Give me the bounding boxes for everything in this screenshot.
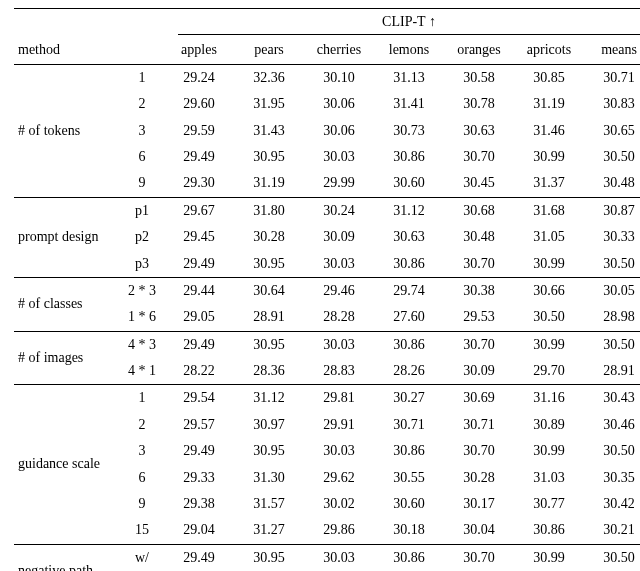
value-cell: 30.50 xyxy=(584,144,640,170)
value-cell: 30.28 xyxy=(444,465,514,491)
value-cell: 30.70 xyxy=(444,331,514,358)
col-pears: pears xyxy=(234,37,304,64)
value-cell: 30.48 xyxy=(584,170,640,197)
value-cell: 30.60 xyxy=(374,170,444,197)
group-label: # of tokens xyxy=(14,64,120,197)
value-cell: 29.49 xyxy=(164,438,234,464)
value-cell: 29.81 xyxy=(304,385,374,412)
value-cell: 30.71 xyxy=(374,412,444,438)
value-cell: 30.24 xyxy=(304,197,374,224)
value-cell: 30.27 xyxy=(374,385,444,412)
group-label: prompt design xyxy=(14,197,120,277)
value-cell: 30.86 xyxy=(374,251,444,278)
value-cell: 30.95 xyxy=(234,144,304,170)
value-cell: 28.91 xyxy=(234,304,304,331)
value-cell: 30.95 xyxy=(234,331,304,358)
col-cherries: cherries xyxy=(304,37,374,64)
table-row: # of images4 * 329.4930.9530.0330.8630.7… xyxy=(14,331,640,358)
value-cell: 30.86 xyxy=(374,544,444,571)
results-table: CLIP-T ↑ method apples pears cherries le… xyxy=(14,8,640,571)
value-cell: 30.63 xyxy=(444,118,514,144)
value-cell: 30.50 xyxy=(584,251,640,278)
variant-label: 4 * 1 xyxy=(120,358,164,385)
value-cell: 30.71 xyxy=(584,64,640,91)
variant-label: 1 * 6 xyxy=(120,304,164,331)
value-cell: 30.99 xyxy=(514,544,584,571)
variant-label: 2 * 3 xyxy=(120,277,164,304)
variant-label: 2 xyxy=(120,412,164,438)
value-cell: 31.16 xyxy=(514,385,584,412)
value-cell: 30.42 xyxy=(584,491,640,517)
value-cell: 30.50 xyxy=(584,331,640,358)
variant-label: 3 xyxy=(120,118,164,144)
value-cell: 31.12 xyxy=(234,385,304,412)
value-cell: 32.36 xyxy=(234,64,304,91)
value-cell: 30.63 xyxy=(374,224,444,250)
value-cell: 28.28 xyxy=(304,304,374,331)
value-cell: 30.09 xyxy=(444,358,514,385)
value-cell: 30.46 xyxy=(584,412,640,438)
value-cell: 30.73 xyxy=(374,118,444,144)
value-cell: 30.99 xyxy=(514,438,584,464)
value-cell: 28.83 xyxy=(304,358,374,385)
value-cell: 28.22 xyxy=(164,358,234,385)
value-cell: 29.30 xyxy=(164,170,234,197)
value-cell: 30.35 xyxy=(584,465,640,491)
value-cell: 29.74 xyxy=(374,277,444,304)
value-cell: 29.49 xyxy=(164,544,234,571)
variant-label: 15 xyxy=(120,517,164,544)
value-cell: 30.99 xyxy=(514,331,584,358)
group-label: guidance scale xyxy=(14,385,120,544)
value-cell: 28.36 xyxy=(234,358,304,385)
value-cell: 30.55 xyxy=(374,465,444,491)
value-cell: 30.21 xyxy=(584,517,640,544)
value-cell: 29.49 xyxy=(164,144,234,170)
variant-label: 6 xyxy=(120,144,164,170)
variant-label: 4 * 3 xyxy=(120,331,164,358)
col-means: means xyxy=(584,37,640,64)
variant-label: p2 xyxy=(120,224,164,250)
value-cell: 30.71 xyxy=(444,412,514,438)
value-cell: 30.95 xyxy=(234,544,304,571)
value-cell: 30.99 xyxy=(514,144,584,170)
value-cell: 30.89 xyxy=(514,412,584,438)
method-header: method xyxy=(14,37,164,64)
table-row: guidance scale129.5431.1229.8130.2730.69… xyxy=(14,385,640,412)
value-cell: 31.68 xyxy=(514,197,584,224)
table-row: negative pathw/29.4930.9530.0330.8630.70… xyxy=(14,544,640,571)
value-cell: 29.54 xyxy=(164,385,234,412)
value-cell: 30.02 xyxy=(304,491,374,517)
variant-label: p1 xyxy=(120,197,164,224)
variant-label: 9 xyxy=(120,491,164,517)
value-cell: 30.99 xyxy=(514,251,584,278)
value-cell: 30.70 xyxy=(444,438,514,464)
group-label: # of classes xyxy=(14,277,120,331)
col-apricots: apricots xyxy=(514,37,584,64)
value-cell: 29.45 xyxy=(164,224,234,250)
value-cell: 29.62 xyxy=(304,465,374,491)
metric-header: CLIP-T ↑ xyxy=(164,9,640,38)
value-cell: 30.04 xyxy=(444,517,514,544)
col-lemons: lemons xyxy=(374,37,444,64)
value-cell: 30.78 xyxy=(444,91,514,117)
value-cell: 30.09 xyxy=(304,224,374,250)
value-cell: 29.24 xyxy=(164,64,234,91)
value-cell: 30.48 xyxy=(444,224,514,250)
value-cell: 29.99 xyxy=(304,170,374,197)
value-cell: 30.95 xyxy=(234,438,304,464)
value-cell: 30.03 xyxy=(304,251,374,278)
value-cell: 31.19 xyxy=(234,170,304,197)
col-oranges: oranges xyxy=(444,37,514,64)
variant-label: 2 xyxy=(120,91,164,117)
value-cell: 30.50 xyxy=(584,544,640,571)
value-cell: 31.95 xyxy=(234,91,304,117)
value-cell: 30.50 xyxy=(514,304,584,331)
value-cell: 29.33 xyxy=(164,465,234,491)
value-cell: 29.67 xyxy=(164,197,234,224)
value-cell: 30.64 xyxy=(234,277,304,304)
value-cell: 28.98 xyxy=(584,304,640,331)
value-cell: 31.13 xyxy=(374,64,444,91)
value-cell: 30.77 xyxy=(514,491,584,517)
value-cell: 30.45 xyxy=(444,170,514,197)
value-cell: 30.03 xyxy=(304,331,374,358)
